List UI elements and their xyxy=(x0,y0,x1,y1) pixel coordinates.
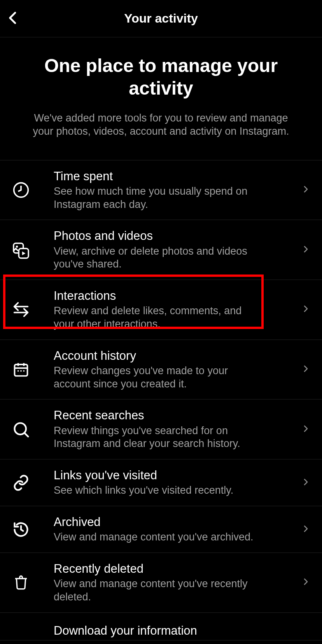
svg-point-13 xyxy=(23,370,25,372)
svg-point-12 xyxy=(20,370,22,372)
archive-icon xyxy=(12,520,30,539)
item-title: Time spent xyxy=(54,169,278,183)
item-archived[interactable]: Archived View and manage content you've … xyxy=(0,506,322,553)
link-icon xyxy=(12,473,30,492)
interactions-icon xyxy=(12,300,30,319)
item-desc: See which links you've visited recently. xyxy=(54,484,256,497)
svg-line-15 xyxy=(24,433,28,436)
item-title: Account history xyxy=(54,348,278,363)
photos-videos-icon xyxy=(12,241,30,259)
item-recent-searches[interactable]: Recent searches Review things you've sea… xyxy=(0,399,322,459)
intro-heading: One place to manage your activity xyxy=(16,55,306,99)
calendar-icon xyxy=(12,360,30,379)
item-interactions[interactable]: Interactions Review and delete likes, co… xyxy=(0,280,322,340)
download-icon xyxy=(12,621,30,640)
item-desc: Review changes you've made to your accou… xyxy=(54,364,256,391)
item-title: Interactions xyxy=(54,289,278,303)
intro-section: One place to manage your activity We've … xyxy=(0,37,322,160)
item-title: Links you've visited xyxy=(54,468,278,482)
item-title: Recent searches xyxy=(54,408,278,422)
chevron-right-icon xyxy=(301,364,310,375)
item-desc: View, archive or delete photos and video… xyxy=(54,245,256,271)
chevron-right-icon xyxy=(301,304,310,315)
item-desc: Review and delete likes, comments, and y… xyxy=(54,304,256,331)
header: Your activity xyxy=(0,0,322,37)
item-download-info[interactable]: Download your information xyxy=(0,613,322,640)
chevron-right-icon xyxy=(301,424,310,435)
item-desc: View and manage content you've recently … xyxy=(54,577,256,604)
item-desc: See how much time you usually spend on I… xyxy=(54,185,256,211)
chevron-right-icon xyxy=(301,577,310,588)
chevron-left-icon xyxy=(5,10,21,26)
item-recently-deleted[interactable]: Recently deleted View and manage content… xyxy=(0,553,322,613)
chevron-right-icon xyxy=(301,524,310,535)
clock-icon xyxy=(12,181,30,199)
chevron-right-icon xyxy=(301,245,310,255)
item-title: Recently deleted xyxy=(54,561,278,576)
item-account-history[interactable]: Account history Review changes you've ma… xyxy=(0,340,322,400)
search-icon xyxy=(12,420,30,439)
svg-point-11 xyxy=(18,370,19,372)
trash-icon xyxy=(12,573,30,592)
item-title: Photos and videos xyxy=(54,229,278,243)
item-title: Archived xyxy=(54,515,278,529)
item-time-spent[interactable]: Time spent See how much time you usually… xyxy=(0,160,322,220)
activity-list: Time spent See how much time you usually… xyxy=(0,160,322,640)
item-photos-videos[interactable]: Photos and videos View, archive or delet… xyxy=(0,220,322,280)
item-desc: Review things you've searched for on Ins… xyxy=(54,424,256,451)
page-title: Your activity xyxy=(0,11,322,26)
chevron-right-icon xyxy=(301,477,310,488)
item-title: Download your information xyxy=(54,623,287,638)
svg-point-2 xyxy=(16,245,18,247)
back-button[interactable] xyxy=(5,10,21,27)
intro-subtext: We've added more tools for you to review… xyxy=(16,112,306,138)
chevron-right-icon xyxy=(301,185,310,195)
item-links-visited[interactable]: Links you've visited See which links you… xyxy=(0,459,322,506)
item-desc: View and manage content you've archived. xyxy=(54,531,256,544)
